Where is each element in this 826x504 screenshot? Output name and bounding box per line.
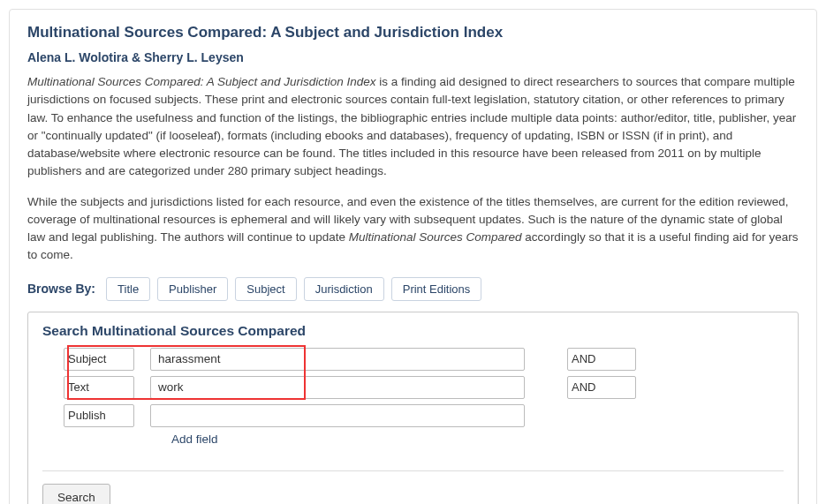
field-select-1[interactable]: Subject <box>64 348 134 371</box>
description-para-2: While the subjects and jurisdictions lis… <box>27 193 799 265</box>
search-input-2[interactable] <box>150 376 525 399</box>
search-row-2: Text AND <box>64 376 784 399</box>
search-input-3[interactable] <box>150 404 525 427</box>
search-row-1: Subject AND <box>64 348 784 371</box>
para1-italic: Multinational Sources Compared: A Subjec… <box>27 75 375 88</box>
field-select-2[interactable]: Text <box>64 376 134 399</box>
divider <box>42 470 784 471</box>
authors: Alena L. Wolotira & Sherry L. Leysen <box>27 50 799 64</box>
page-title: Multinational Sources Compared: A Subjec… <box>27 24 799 41</box>
browse-subject-button[interactable]: Subject <box>235 277 296 301</box>
main-card: Multinational Sources Compared: A Subjec… <box>9 9 817 504</box>
add-field-link[interactable]: Add field <box>171 433 784 446</box>
browse-title-button[interactable]: Title <box>106 277 150 301</box>
browse-publisher-button[interactable]: Publisher <box>157 277 228 301</box>
para2-italic: Multinational Sources Compared <box>349 230 522 244</box>
search-rows: Subject AND Text AND Publish Add field <box>42 348 784 446</box>
field-select-3[interactable]: Publish <box>64 404 134 427</box>
para1-rest: is a finding aid designed to direct rese… <box>27 75 796 177</box>
bool-select-2[interactable]: AND <box>567 376 636 399</box>
search-button[interactable]: Search <box>42 484 110 505</box>
description-para-1: Multinational Sources Compared: A Subjec… <box>27 73 799 181</box>
browse-jurisdiction-button[interactable]: Jurisdiction <box>304 277 384 301</box>
search-card: Search Multinational Sources Compared Su… <box>27 312 799 505</box>
browse-print-editions-button[interactable]: Print Editions <box>391 277 482 301</box>
search-title: Search Multinational Sources Compared <box>42 323 784 339</box>
browse-label: Browse By: <box>27 282 95 296</box>
browse-row: Browse By: Title Publisher Subject Juris… <box>27 277 799 301</box>
search-input-1[interactable] <box>150 348 525 371</box>
search-row-3: Publish <box>64 404 784 427</box>
bool-select-1[interactable]: AND <box>567 348 636 371</box>
